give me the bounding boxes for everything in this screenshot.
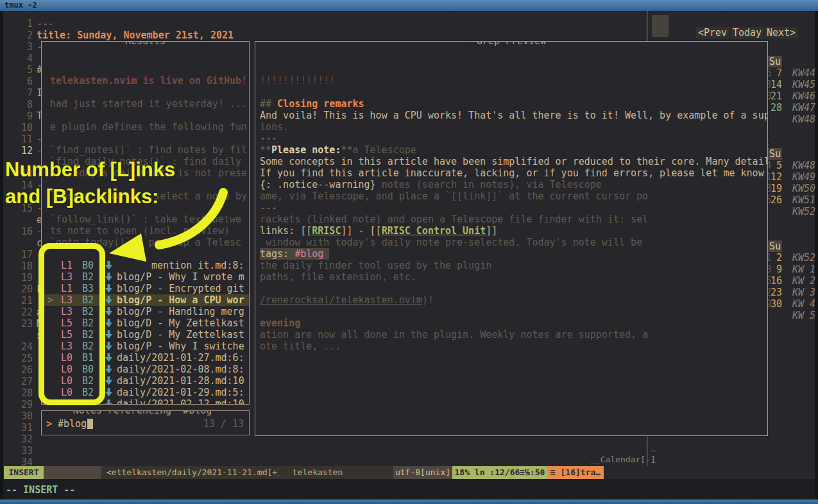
sunday-header: Su (768, 148, 782, 160)
prompt-caret: > (46, 418, 52, 430)
preview-span (323, 248, 329, 260)
preview-line: links: [[RRISC]] - [[RRISC Control Unit]… (260, 225, 497, 237)
preview-line: window with today's daily note pre-selec… (260, 237, 642, 248)
week-number-label: KW 1 (792, 264, 815, 275)
calendar-sunday-date[interactable]: 30 (768, 298, 782, 310)
calendar-sunday-date[interactable]: 14 (768, 79, 782, 90)
week-number-label: KW47 (792, 102, 815, 113)
text-cursor (87, 419, 93, 429)
preview-span: RRISC Control Unit (382, 225, 486, 237)
bottom-frame-strip (0, 500, 818, 504)
down-arrow-icon (105, 398, 113, 405)
statusline: INSERT main! <ettelkasten/daily/2021-11-… (3, 466, 815, 479)
prev-button[interactable]: <Prev (696, 27, 729, 38)
plugin-name: telekasten (279, 466, 356, 479)
line-number: 2 (7, 29, 33, 41)
preview-span: --- (260, 202, 277, 214)
preview-span: window with today's daily note pre-selec… (260, 237, 642, 248)
annotation-arrow (96, 176, 244, 273)
line-number: 19 (7, 272, 33, 283)
line-number: 7 (7, 87, 33, 99)
preview-span: --- (260, 133, 277, 144)
preview-span: ]] - [[ (341, 225, 381, 237)
preview-span: ions. (260, 121, 289, 133)
line-number: 22 (7, 307, 33, 318)
calendar-sunday-date[interactable]: 21 (768, 90, 782, 102)
calendar-sunday-date[interactable]: 23 (768, 287, 782, 298)
bleed-text-line: `find_notes()` : find notes by fil (50, 144, 247, 156)
result-text: blog/P - Why I wrote m (117, 271, 244, 283)
preview-line: ame, via Telescope, and place a `[[link]… (260, 190, 648, 202)
line-number: 33 (7, 445, 33, 457)
down-arrow-icon (105, 317, 113, 329)
line-number: 23 (7, 318, 33, 330)
line-number: 32 (7, 433, 33, 445)
line-number: 28 (7, 387, 33, 399)
line-number: 31 (7, 422, 33, 433)
preview-span: {: .notice--warning} (260, 179, 376, 190)
mode-indicator: INSERT (4, 466, 44, 479)
grep-preview-panel: Grep Preview !!!!!!!!!!!!!## Closing rem… (255, 41, 768, 436)
result-text: daily/2021-02-12.md:10 (117, 398, 244, 405)
week-number-label: KW46 (792, 90, 815, 102)
calendar-sunday-date[interactable]: 12 (768, 171, 782, 183)
line-number: 24 (7, 341, 33, 353)
telescope-prompt-panel: Notes referencing `#blog` > #blog 13 / 1… (41, 410, 250, 435)
result-text: daily/2021-01-27.md:6: (117, 352, 244, 364)
line-number: 17 (7, 249, 33, 260)
preview-span: Some concepts in this article have been … (260, 156, 768, 167)
calendar-sunday-date[interactable]: 26 (768, 194, 782, 206)
calendar-window-statusline: __Calendar[-] (590, 453, 656, 466)
preview-line: paths, file extension, etc. (260, 271, 416, 283)
bleed-text-line: e plugin defines the following fun (50, 121, 247, 133)
preview-line: rackets (linked note) and open a Telesco… (260, 214, 648, 225)
results-panel-title: Results (120, 41, 171, 47)
prompt-panel-title: Notes referencing `#blog` (68, 410, 223, 416)
calendar-sunday-date[interactable]: 5 (768, 160, 782, 171)
encoding-segment: utf-8[unix] (393, 466, 452, 479)
result-counter: 13 / 13 (203, 418, 244, 430)
line-number: 4 (7, 53, 33, 64)
preview-span: ## (260, 98, 277, 110)
line-number: 25 (7, 353, 33, 364)
line-number: 6 (7, 76, 33, 87)
preview-panel-title: Grep Preview (472, 41, 551, 47)
down-arrow-icon (105, 329, 113, 340)
calendar-sunday-date[interactable]: 19 (768, 183, 782, 194)
week-number-label: KW45 (792, 79, 815, 90)
calendar-sunday-date[interactable]: 28 (768, 102, 782, 113)
tmux-terminal-window: tmux -2 12345678910111213141516171819202… (0, 0, 818, 504)
calendar-sunday-date[interactable]: 16 (768, 275, 782, 287)
search-input[interactable]: #blog (58, 418, 87, 430)
next-button[interactable]: Next> (765, 27, 797, 38)
preview-line: tags: #blog (260, 248, 329, 260)
annotation-highlight-box (38, 243, 105, 405)
line-number: 1 (7, 18, 33, 29)
mode-message: -- INSERT -- (6, 484, 75, 496)
week-number-label: KW52 (792, 206, 815, 217)
preview-span: #blog (294, 248, 323, 260)
down-arrow-icon (105, 352, 113, 364)
result-text: daily/2021-01-29.md:5: (117, 387, 244, 398)
line-number: 16 (7, 226, 33, 237)
preview-span: )! (422, 294, 434, 306)
calendar-sunday-date[interactable]: 9 (768, 264, 782, 275)
today-button[interactable]: Today (731, 27, 763, 38)
preview-span: Closing remarks (277, 98, 364, 110)
command-line-area: -- INSERT -- (3, 479, 815, 500)
preview-line: {: .notice--warning} notes (search in no… (260, 179, 602, 190)
line-number: 30 (7, 410, 33, 422)
sunday-header: Su (768, 56, 782, 67)
week-number-label: KW49 (792, 171, 815, 183)
down-arrow-icon (105, 283, 113, 294)
position-segment: 18% ln :12/66≡℅:50 (452, 466, 547, 479)
line-number: 18 (7, 260, 33, 272)
preview-span: ame, via Telescope, and place a `[[link]… (260, 190, 648, 202)
week-number-label: KW 3 (792, 287, 815, 298)
preview-span: tags: (260, 248, 294, 260)
week-number-label: KW51 (792, 194, 815, 206)
calendar-sunday-date[interactable]: 7 (768, 67, 782, 79)
preview-line: ## Closing remarks (260, 98, 364, 110)
calendar-sunday-date[interactable]: 2 (768, 252, 782, 264)
week-number-label: KW48 (792, 113, 815, 125)
